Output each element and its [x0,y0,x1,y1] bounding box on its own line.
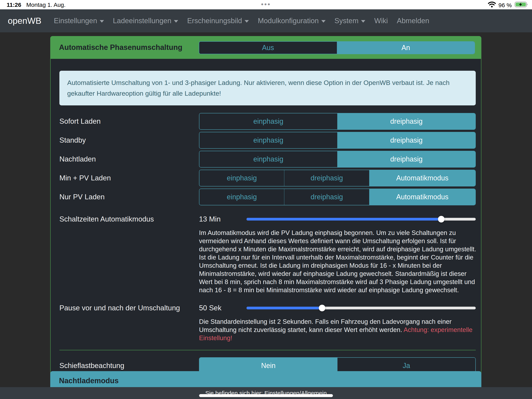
slider-thumb[interactable] [319,305,325,311]
card-body: Automatisierte Umschaltung von 1- und 3-… [50,59,481,391]
wifi-icon [488,1,496,9]
phase-toggle: einphasig dreiphasig [199,113,476,130]
option-einphasig[interactable]: einphasig [199,151,337,167]
card-header: Automatische Phasenumschaltung Aus An [50,36,481,59]
option-dreiphasig[interactable]: dreiphasig [284,170,369,186]
multitasking-dots-icon: ••• [261,0,271,8]
option-dreiphasig[interactable]: dreiphasig [337,113,475,129]
battery-percent: 96 % [499,2,512,9]
brand-logo[interactable]: openWB [8,16,41,26]
ios-status-bar: 11:26 Montag 1. Aug. ••• 96 % [0,0,532,9]
schaltzeiten-description: Im Automatikmodus wird die PV Ladung ein… [199,229,476,294]
option-automatikmodus[interactable]: Automatikmodus [369,170,475,186]
section-divider [59,350,476,350]
nav-item-wiki[interactable]: Wiki [374,17,388,25]
schaltzeiten-slider[interactable] [247,218,476,220]
pause-description: Die Standardeinstellung ist 2 Sekunden. … [199,318,476,342]
info-alert: Automatisierte Umschaltung von 1- und 3-… [59,71,476,105]
row-sofort-laden: Sofort Laden einphasig dreiphasig [59,113,476,130]
slider-thumb[interactable] [438,216,444,223]
row-label: Nachtladen [59,155,199,163]
phase-toggle: einphasig dreiphasig [199,132,476,149]
option-dreiphasig[interactable]: dreiphasig [337,151,475,167]
card-title: Automatische Phasenumschaltung [59,36,182,59]
main-content: Automatische Phasenumschaltung Aus An Au… [0,32,532,399]
option-dreiphasig[interactable]: dreiphasig [337,132,475,148]
row-standby: Standby einphasig dreiphasig [59,132,476,149]
option-dreiphasig[interactable]: dreiphasig [284,189,369,205]
nav-item-abmelden[interactable]: Abmelden [397,17,429,25]
phase-toggle: einphasig dreiphasig [199,151,476,167]
nav-item-ladeeinstellungen[interactable]: Ladeeinstellungen [113,17,178,25]
row-label: Standby [59,136,199,144]
nav-item-erscheinungsbild[interactable]: Erscheinungsbild [187,17,249,25]
option-einphasig[interactable]: einphasig [199,113,337,129]
chevron-down-icon [245,20,249,23]
top-navbar: openWB Einstellungen Ladeeinstellungen E… [0,9,532,32]
slider-value: 50 Sek [199,304,247,312]
option-einphasig[interactable]: einphasig [199,189,284,205]
row-pause: Pause vor und nach der Umschaltung 50 Se… [59,302,476,314]
card-title: Nachtlademodus [59,377,119,385]
clock: 11:26 [7,1,21,8]
home-indicator-handle[interactable] [199,394,333,397]
date: Montag 1. Aug. [26,1,66,8]
battery-charging-icon [514,1,528,9]
chevron-down-icon [100,20,104,23]
breadcrumb-bar: Sie befinden sich hier: Einstellungen/Al… [0,387,532,399]
row-nachtladen: Nachtladen einphasig dreiphasig [59,151,476,167]
row-label: Pause vor und nach der Umschaltung [59,304,199,312]
row-label: Schieflastbeachtung [59,362,199,370]
chevron-down-icon [321,20,326,23]
nav-item-einstellungen[interactable]: Einstellungen [54,17,104,25]
phasenumschaltung-card: Automatische Phasenumschaltung Aus An Au… [50,36,481,391]
row-label: Sofort Laden [59,117,199,125]
option-einphasig[interactable]: einphasig [199,170,284,186]
row-label: Min + PV Laden [59,174,199,182]
row-nur-pv-laden: Nur PV Laden einphasig dreiphasig Automa… [59,189,476,205]
pause-slider[interactable] [247,307,476,309]
nav-item-system[interactable]: System [335,17,365,25]
row-label: Schaltzeiten Automatikmodus [59,215,199,223]
toggle-an-button[interactable]: An [337,42,475,54]
option-einphasig[interactable]: einphasig [199,132,337,148]
phase-toggle: einphasig dreiphasig Automatikmodus [199,189,476,205]
option-automatikmodus[interactable]: Automatikmodus [369,189,475,205]
toggle-aus-button[interactable]: Aus [199,42,337,54]
nav-item-modulkonfiguration[interactable]: Modulkonfiguration [258,17,326,25]
phase-toggle: einphasig dreiphasig Automatikmodus [199,170,476,187]
openwb-settings-page: 11:26 Montag 1. Aug. ••• 96 % [0,0,532,399]
aus-an-toggle: Aus An [199,41,475,54]
slider-value: 13 Min [199,215,247,223]
chevron-down-icon [361,20,365,23]
chevron-down-icon [174,20,178,23]
row-min-pv-laden: Min + PV Laden einphasig dreiphasig Auto… [59,170,476,187]
row-label: Nur PV Laden [59,193,199,201]
row-schaltzeiten: Schaltzeiten Automatikmodus 13 Min [59,213,476,225]
